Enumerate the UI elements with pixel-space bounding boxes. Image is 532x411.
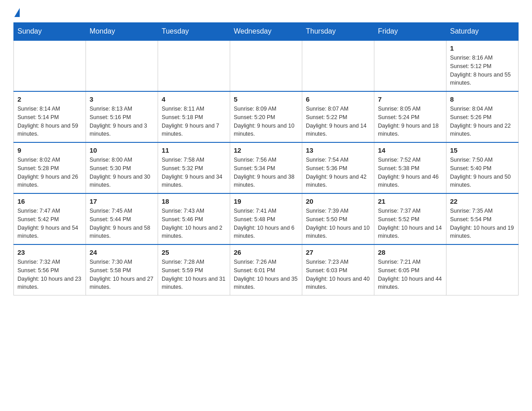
weekday-header-saturday: Saturday <box>446 23 519 41</box>
day-info: Sunrise: 8:09 AM Sunset: 5:20 PM Dayligh… <box>234 105 298 138</box>
calendar-cell: 10Sunrise: 8:00 AM Sunset: 5:30 PM Dayli… <box>86 142 158 193</box>
day-info: Sunrise: 7:50 AM Sunset: 5:40 PM Dayligh… <box>450 156 515 189</box>
calendar-week-row: 9Sunrise: 8:02 AM Sunset: 5:28 PM Daylig… <box>14 142 519 193</box>
page-header <box>13 9 519 18</box>
day-info: Sunrise: 7:26 AM Sunset: 6:01 PM Dayligh… <box>234 258 298 291</box>
calendar-table: SundayMondayTuesdayWednesdayThursdayFrid… <box>13 22 519 295</box>
day-number: 14 <box>378 146 442 154</box>
day-number: 22 <box>450 197 515 205</box>
day-info: Sunrise: 8:16 AM Sunset: 5:12 PM Dayligh… <box>450 54 515 87</box>
day-info: Sunrise: 7:47 AM Sunset: 5:42 PM Dayligh… <box>17 207 82 240</box>
calendar-cell: 20Sunrise: 7:39 AM Sunset: 5:50 PM Dayli… <box>302 193 374 244</box>
day-info: Sunrise: 8:13 AM Sunset: 5:16 PM Dayligh… <box>90 105 154 138</box>
calendar-cell: 4Sunrise: 8:11 AM Sunset: 5:18 PM Daylig… <box>158 91 230 142</box>
day-info: Sunrise: 7:32 AM Sunset: 5:56 PM Dayligh… <box>17 258 82 291</box>
day-info: Sunrise: 7:45 AM Sunset: 5:44 PM Dayligh… <box>90 207 154 240</box>
weekday-header-wednesday: Wednesday <box>230 23 302 41</box>
weekday-header-tuesday: Tuesday <box>158 23 230 41</box>
calendar-cell: 28Sunrise: 7:21 AM Sunset: 6:05 PM Dayli… <box>374 244 446 295</box>
day-number: 12 <box>234 146 298 154</box>
calendar-week-row: 16Sunrise: 7:47 AM Sunset: 5:42 PM Dayli… <box>14 193 519 244</box>
weekday-header-sunday: Sunday <box>14 23 86 41</box>
day-number: 17 <box>90 197 154 205</box>
calendar-cell: 23Sunrise: 7:32 AM Sunset: 5:56 PM Dayli… <box>14 244 86 295</box>
day-info: Sunrise: 7:30 AM Sunset: 5:58 PM Dayligh… <box>90 258 154 291</box>
calendar-week-row: 23Sunrise: 7:32 AM Sunset: 5:56 PM Dayli… <box>14 244 519 295</box>
calendar-cell <box>302 40 374 91</box>
calendar-cell: 15Sunrise: 7:50 AM Sunset: 5:40 PM Dayli… <box>446 142 519 193</box>
logo-text <box>13 9 20 18</box>
calendar-cell <box>446 244 519 295</box>
day-number: 25 <box>162 248 226 256</box>
day-info: Sunrise: 8:04 AM Sunset: 5:26 PM Dayligh… <box>450 105 515 138</box>
calendar-cell: 26Sunrise: 7:26 AM Sunset: 6:01 PM Dayli… <box>230 244 302 295</box>
day-info: Sunrise: 7:37 AM Sunset: 5:52 PM Dayligh… <box>378 207 442 240</box>
day-number: 18 <box>162 197 226 205</box>
day-info: Sunrise: 7:21 AM Sunset: 6:05 PM Dayligh… <box>378 258 442 291</box>
day-number: 16 <box>17 197 82 205</box>
day-number: 27 <box>306 248 370 256</box>
calendar-cell <box>158 40 230 91</box>
day-number: 8 <box>450 95 515 103</box>
day-info: Sunrise: 7:56 AM Sunset: 5:34 PM Dayligh… <box>234 156 298 189</box>
calendar-cell: 5Sunrise: 8:09 AM Sunset: 5:20 PM Daylig… <box>230 91 302 142</box>
day-info: Sunrise: 8:07 AM Sunset: 5:22 PM Dayligh… <box>306 105 370 138</box>
day-info: Sunrise: 7:43 AM Sunset: 5:46 PM Dayligh… <box>162 207 226 240</box>
day-info: Sunrise: 7:35 AM Sunset: 5:54 PM Dayligh… <box>450 207 515 240</box>
calendar-cell <box>86 40 158 91</box>
day-info: Sunrise: 7:52 AM Sunset: 5:38 PM Dayligh… <box>378 156 442 189</box>
calendar-cell: 27Sunrise: 7:23 AM Sunset: 6:03 PM Dayli… <box>302 244 374 295</box>
day-number: 26 <box>234 248 298 256</box>
calendar-cell: 11Sunrise: 7:58 AM Sunset: 5:32 PM Dayli… <box>158 142 230 193</box>
calendar-cell: 25Sunrise: 7:28 AM Sunset: 5:59 PM Dayli… <box>158 244 230 295</box>
day-number: 19 <box>234 197 298 205</box>
calendar-cell <box>230 40 302 91</box>
day-number: 21 <box>378 197 442 205</box>
calendar-cell: 22Sunrise: 7:35 AM Sunset: 5:54 PM Dayli… <box>446 193 519 244</box>
day-number: 28 <box>378 248 442 256</box>
calendar-cell: 8Sunrise: 8:04 AM Sunset: 5:26 PM Daylig… <box>446 91 519 142</box>
weekday-header-row: SundayMondayTuesdayWednesdayThursdayFrid… <box>14 23 519 41</box>
day-number: 2 <box>17 95 82 103</box>
day-info: Sunrise: 7:23 AM Sunset: 6:03 PM Dayligh… <box>306 258 370 291</box>
weekday-header-monday: Monday <box>86 23 158 41</box>
day-number: 6 <box>306 95 370 103</box>
day-number: 24 <box>90 248 154 256</box>
day-info: Sunrise: 8:02 AM Sunset: 5:28 PM Dayligh… <box>17 156 82 189</box>
calendar-cell: 13Sunrise: 7:54 AM Sunset: 5:36 PM Dayli… <box>302 142 374 193</box>
day-number: 11 <box>162 146 226 154</box>
day-number: 13 <box>306 146 370 154</box>
weekday-header-thursday: Thursday <box>302 23 374 41</box>
calendar-cell: 3Sunrise: 8:13 AM Sunset: 5:16 PM Daylig… <box>86 91 158 142</box>
day-number: 7 <box>378 95 442 103</box>
calendar-week-row: 2Sunrise: 8:14 AM Sunset: 5:14 PM Daylig… <box>14 91 519 142</box>
calendar-cell: 7Sunrise: 8:05 AM Sunset: 5:24 PM Daylig… <box>374 91 446 142</box>
calendar-cell: 1Sunrise: 8:16 AM Sunset: 5:12 PM Daylig… <box>446 40 519 91</box>
day-info: Sunrise: 7:28 AM Sunset: 5:59 PM Dayligh… <box>162 258 226 291</box>
calendar-cell: 18Sunrise: 7:43 AM Sunset: 5:46 PM Dayli… <box>158 193 230 244</box>
calendar-cell <box>14 40 86 91</box>
day-number: 15 <box>450 146 515 154</box>
day-number: 23 <box>17 248 82 256</box>
calendar-cell: 6Sunrise: 8:07 AM Sunset: 5:22 PM Daylig… <box>302 91 374 142</box>
day-info: Sunrise: 8:11 AM Sunset: 5:18 PM Dayligh… <box>162 105 226 138</box>
calendar-cell: 14Sunrise: 7:52 AM Sunset: 5:38 PM Dayli… <box>374 142 446 193</box>
logo-triangle-icon <box>14 8 20 17</box>
day-info: Sunrise: 7:41 AM Sunset: 5:48 PM Dayligh… <box>234 207 298 240</box>
day-number: 10 <box>90 146 154 154</box>
calendar-cell: 17Sunrise: 7:45 AM Sunset: 5:44 PM Dayli… <box>86 193 158 244</box>
day-number: 9 <box>17 146 82 154</box>
calendar-cell: 12Sunrise: 7:56 AM Sunset: 5:34 PM Dayli… <box>230 142 302 193</box>
day-number: 3 <box>90 95 154 103</box>
calendar-cell <box>374 40 446 91</box>
day-number: 20 <box>306 197 370 205</box>
day-number: 4 <box>162 95 226 103</box>
day-info: Sunrise: 7:58 AM Sunset: 5:32 PM Dayligh… <box>162 156 226 189</box>
calendar-cell: 21Sunrise: 7:37 AM Sunset: 5:52 PM Dayli… <box>374 193 446 244</box>
day-info: Sunrise: 7:39 AM Sunset: 5:50 PM Dayligh… <box>306 207 370 240</box>
day-number: 5 <box>234 95 298 103</box>
day-info: Sunrise: 8:14 AM Sunset: 5:14 PM Dayligh… <box>17 105 82 138</box>
day-info: Sunrise: 8:05 AM Sunset: 5:24 PM Dayligh… <box>378 105 442 138</box>
calendar-week-row: 1Sunrise: 8:16 AM Sunset: 5:12 PM Daylig… <box>14 40 519 91</box>
logo <box>13 9 20 18</box>
